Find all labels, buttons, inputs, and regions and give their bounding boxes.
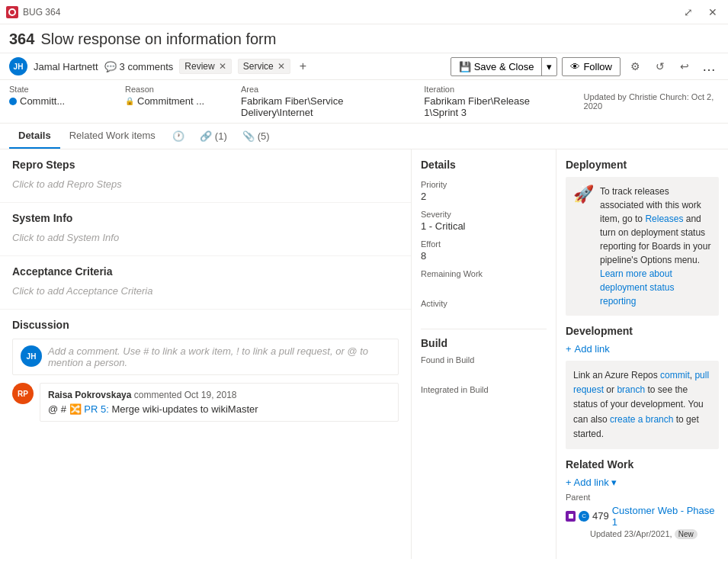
title-bar-actions: ⤢ ✕	[679, 5, 722, 20]
parent-label: Parent	[566, 493, 719, 502]
workitem-header: 364 Slow response on information form	[0, 24, 728, 53]
parent-updated: Updated 23/Apr/2021,	[590, 529, 672, 538]
settings-button[interactable]: ⚙	[625, 56, 646, 76]
save-icon: 💾	[459, 61, 471, 72]
reason-value-row[interactable]: 🔒 Commitment ...	[125, 95, 216, 107]
add-link-dropdown-button[interactable]: + Add link ▾	[566, 477, 617, 488]
commit-link[interactable]: commit	[660, 370, 690, 381]
deployment-icon: 🚀	[573, 185, 594, 308]
comment-body: Raisa Pokrovskaya commented Oct 19, 2018…	[40, 383, 399, 422]
branch-link[interactable]: branch	[617, 384, 645, 395]
acceptance-placeholder[interactable]: Click to add Acceptance Criteria	[12, 282, 399, 300]
right-panel: Deployment 🚀 To track releases associate…	[556, 149, 728, 559]
follow-button[interactable]: 👁 Follow	[562, 57, 621, 76]
effort-label: Effort	[421, 239, 547, 249]
effort-value[interactable]: 8	[421, 250, 547, 262]
area-field: Area Fabrikam Fiber\Service Delivery\Int…	[241, 85, 399, 118]
close-button[interactable]: ✕	[704, 5, 722, 20]
parent-meta: Updated 23/Apr/2021, New	[566, 529, 719, 539]
bug-icon-inner	[8, 8, 16, 16]
deployment-card: 🚀 To track releases associated with this…	[566, 177, 719, 316]
activity-value[interactable]	[421, 310, 547, 321]
state-field: State Committ...	[9, 85, 101, 107]
add-tag-button[interactable]: +	[297, 58, 309, 75]
acceptance-section: Acceptance Criteria Click to add Accepta…	[0, 256, 411, 310]
integrated-label: Integrated in Build	[421, 385, 547, 394]
save-close-main-button[interactable]: 💾 Save & Close	[451, 58, 542, 75]
activity-label: Activity	[421, 299, 547, 308]
releases-link[interactable]: Releases	[645, 214, 683, 224]
review-tag-label: Review	[184, 61, 214, 72]
severity-value[interactable]: 1 - Critical	[421, 220, 547, 232]
reason-label: Reason	[125, 85, 216, 94]
links-count: (1)	[215, 130, 227, 142]
remaining-value[interactable]	[421, 280, 547, 291]
comment-input[interactable]: Add a comment. Use # to link a work item…	[48, 345, 390, 368]
workitem-title[interactable]: Slow response on information form	[40, 31, 276, 48]
save-close-button: 💾 Save & Close ▾	[451, 57, 558, 76]
tab-links[interactable]: 🔗 (1)	[192, 124, 235, 149]
pr-emoji: 🔀	[69, 403, 82, 415]
create-branch-link[interactable]: create a branch	[610, 414, 673, 425]
service-tag: Service ✕	[238, 59, 290, 74]
effort-field: Effort 8	[421, 239, 547, 262]
bug-icon	[6, 6, 18, 18]
comments-button[interactable]: 💬 3 comments	[104, 61, 174, 72]
iteration-label: Iteration	[424, 85, 559, 94]
parent-id: 479	[592, 510, 609, 522]
priority-value[interactable]: 2	[421, 191, 547, 202]
area-value[interactable]: Fabrikam Fiber\Service Delivery\Internet	[241, 95, 399, 118]
title-bar: BUG 364 ⤢ ✕	[0, 0, 728, 24]
attachments-count: (5)	[258, 130, 270, 142]
user-name: Jamal Hartnett	[34, 61, 98, 72]
repro-steps-title: Repro Steps	[12, 159, 399, 171]
service-tag-close[interactable]: ✕	[277, 61, 285, 72]
state-area: State Committ... Reason 🔒 Commitment ...…	[0, 80, 728, 124]
state-dot	[9, 98, 17, 105]
main-content: Repro Steps Click to add Repro Steps Sys…	[0, 149, 728, 559]
integrated-value[interactable]	[421, 396, 547, 407]
iteration-field: Iteration Fabrikam Fiber\Release 1\Sprin…	[424, 85, 559, 118]
add-dropdown-label: + Add link ▾	[566, 477, 617, 488]
middle-panel: Details Priority 2 Severity 1 - Critical…	[412, 149, 556, 559]
link-icon: 🔗	[200, 130, 212, 142]
follow-label: Follow	[583, 61, 612, 72]
tab-details[interactable]: Details	[9, 124, 60, 149]
add-link-button[interactable]: + Add link	[566, 343, 610, 355]
comment-icon: 💬	[104, 61, 117, 72]
save-close-label: Save & Close	[474, 61, 534, 72]
refresh-button[interactable]: ↺	[650, 56, 670, 76]
state-value: Committ...	[20, 95, 65, 107]
related-work-title: Related Work	[566, 458, 719, 470]
save-close-dropdown-button[interactable]: ▾	[541, 58, 556, 75]
state-value-row[interactable]: Committ...	[9, 95, 101, 107]
parent-item: C 479 Customer Web - Phase 1	[566, 505, 719, 528]
workitem-id: 364	[9, 31, 34, 48]
parent-link[interactable]: Customer Web - Phase 1	[612, 505, 719, 528]
divider	[421, 329, 547, 329]
iteration-value[interactable]: Fabrikam Fiber\Release 1\Sprint 3	[424, 95, 559, 118]
priority-field: Priority 2	[421, 180, 547, 202]
repro-steps-section: Repro Steps Click to add Repro Steps	[0, 149, 411, 203]
discussion-section: Discussion JH Add a comment. Use # to li…	[0, 310, 411, 431]
parent-status-badge: New	[675, 529, 698, 539]
more-button[interactable]: …	[699, 57, 719, 76]
found-in-value[interactable]	[421, 366, 547, 377]
add-link-label: Add link	[575, 343, 610, 355]
dev-text-1: Link an Azure Repos	[573, 370, 660, 381]
pr-link[interactable]: PR 5:	[84, 403, 111, 415]
avatar: JH	[9, 57, 27, 75]
review-tag-close[interactable]: ✕	[219, 61, 226, 72]
undo-button[interactable]: ↩	[675, 56, 694, 76]
expand-button[interactable]: ⤢	[679, 5, 698, 20]
reason-value: Commitment ...	[137, 95, 204, 107]
system-info-placeholder[interactable]: Click to add System Info	[12, 229, 399, 246]
current-user-avatar: JH	[21, 345, 42, 367]
learn-more-link[interactable]: Learn more about deployment status repor…	[600, 268, 674, 307]
attachment-icon: 📎	[242, 130, 255, 142]
tab-related-work[interactable]: Related Work items	[60, 124, 165, 149]
severity-field: Severity 1 - Critical	[421, 210, 547, 232]
repro-steps-placeholder[interactable]: Click to add Repro Steps	[12, 175, 399, 193]
tab-history[interactable]: 🕐	[165, 124, 192, 149]
tab-attachments[interactable]: 📎 (5)	[235, 124, 277, 149]
